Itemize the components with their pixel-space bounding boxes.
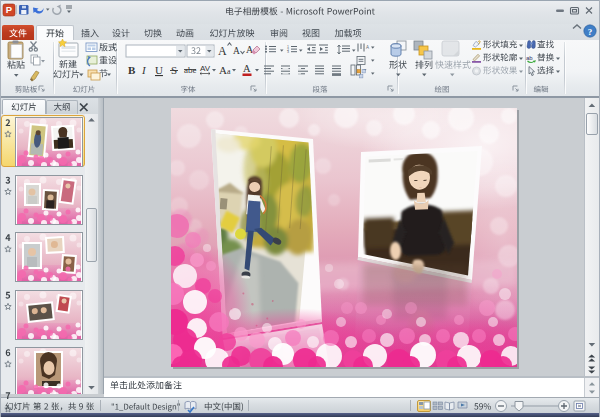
svg-text:?: ? [588, 27, 593, 37]
svg-text:U: U [155, 64, 163, 76]
svg-text:abe: abe [184, 65, 197, 75]
svg-text:ab: ab [526, 55, 533, 61]
svg-text:S: S [171, 64, 177, 76]
svg-text:A: A [246, 44, 254, 55]
svg-text:A: A [366, 45, 369, 50]
svg-text:A: A [219, 64, 227, 76]
svg-text:A: A [218, 44, 227, 58]
svg-text:a: a [227, 67, 231, 76]
svg-text:AV: AV [200, 64, 211, 73]
svg-text:A: A [233, 46, 240, 56]
svg-text:B: B [128, 64, 136, 76]
svg-text:I: I [141, 64, 147, 76]
svg-text:P: P [6, 4, 13, 15]
svg-text:3: 3 [287, 50, 289, 54]
svg-text:A: A [243, 63, 251, 74]
